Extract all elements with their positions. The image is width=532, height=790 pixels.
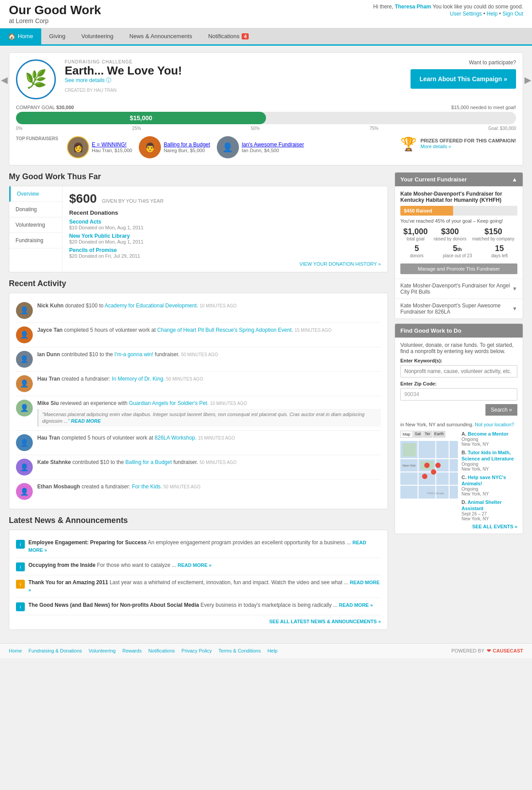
see-all-news-link[interactable]: SEE ALL LATEST NEWS & ANNOUNCEMENTS »: [269, 619, 381, 624]
gw-nav-donating[interactable]: Donating: [9, 202, 62, 217]
gw-nav-volunteering[interactable]: Volunteering: [9, 217, 62, 233]
footer-link-fundraising[interactable]: Fundraising & Donations: [28, 648, 82, 653]
current-fundraiser-content: Kate Mosher-Davenport's Fundraiser for K…: [395, 186, 523, 279]
stats-row-1: $1,000 total goal $300 raised by donors …: [400, 227, 517, 241]
not-location-link[interactable]: Not your location?: [475, 422, 514, 427]
news-icon-1: i: [16, 540, 25, 549]
activity-link-8[interactable]: For the Kids.: [132, 483, 162, 490]
donation-link-1[interactable]: Second Acts: [69, 219, 101, 225]
tf-item-2: 👨 Balling for a Budget Nareg Burr, $5,00…: [139, 136, 210, 158]
current-fundraiser-header: Your Current Fundraiser ▲: [395, 173, 523, 186]
tf-name-3[interactable]: Ian's Awesome Fundraiser: [242, 141, 304, 148]
gw-nav-overview[interactable]: Overview: [9, 186, 62, 202]
footer-link-notifications[interactable]: Notifications: [148, 648, 175, 653]
nav-item-giving[interactable]: Giving: [41, 28, 74, 44]
chevron-down-icon-2: ▼: [512, 306, 517, 312]
nav-item-home[interactable]: 🏠 Home: [0, 28, 41, 44]
activity-link-1[interactable]: Academy for Educational Development.: [105, 303, 198, 309]
campaign-cta-button[interactable]: Learn About This Campaign »: [411, 69, 516, 89]
footer-link-home[interactable]: Home: [9, 648, 22, 653]
news-item-1: i Employee Engagement: Preparing for Suc…: [16, 535, 381, 558]
view-history-link[interactable]: VIEW YOUR DONATION HISTORY »: [299, 261, 381, 267]
sat-tab[interactable]: Sat: [413, 431, 423, 438]
footer-link-terms[interactable]: Terms & Conditions: [219, 648, 261, 653]
site-subtitle: at Lorem Corp: [9, 17, 101, 24]
campaign-prev-arrow[interactable]: ◀: [1, 75, 8, 85]
donation-item-2: New York Public Library $20 Donated on M…: [69, 233, 381, 244]
event-item-D: D. Animal Shelter Assistant Sept 26 – 27…: [462, 499, 517, 521]
find-good-work-section: Find Good Work to Do Volunteer, donate, …: [395, 323, 523, 534]
donation-link-2[interactable]: New York Public Library: [69, 233, 130, 239]
read-more-5[interactable]: READ MORE: [71, 418, 101, 424]
campaign-details-link[interactable]: See more details ⓘ: [65, 77, 111, 83]
gw-nav-fundraising[interactable]: Fundraising: [9, 233, 62, 248]
see-all-events-link[interactable]: SEE ALL EVENTS »: [462, 524, 517, 529]
activity-link-4[interactable]: In Memory of Dr. King.: [112, 376, 164, 382]
map-tab[interactable]: Map: [400, 431, 413, 438]
event-link-B[interactable]: Tutor kids in Math, Science and Literatu…: [462, 450, 514, 461]
prizes-section: 🏆 PRIZES OFFERED FOR THIS CAMPAIGN! More…: [400, 136, 516, 152]
footer-link-help[interactable]: Help: [267, 648, 278, 653]
activity-link-6[interactable]: 826LA Workshop.: [155, 435, 197, 441]
stat-days: 15 days left: [491, 244, 508, 258]
tf-item-1: 👩 E = WINNING! Hau Tran, $15,000: [67, 136, 132, 158]
event-link-D[interactable]: Animal Shelter Assistant: [462, 499, 502, 511]
news-read-more-2[interactable]: READ MORE »: [178, 562, 211, 568]
tf-name-1[interactable]: E = WINNING!: [92, 141, 126, 148]
footer-link-rewards[interactable]: Rewards: [122, 648, 141, 653]
footer-link-volunteering[interactable]: Volunteering: [89, 648, 116, 653]
activity-item-6: 👤 Hau Tran completed 5 hours of voluntee…: [16, 431, 381, 455]
donation-link-3[interactable]: Pencils of Promise: [69, 247, 117, 253]
activity-link-5[interactable]: Guardian Angels for Soldier's Pet.: [129, 400, 209, 406]
event-item-C: C. Help save NYC's Animals! OngoingNew Y…: [462, 474, 517, 496]
good-work-title: My Good Work Thus Far: [9, 172, 388, 181]
event-link-A[interactable]: Become a Mentor: [468, 431, 509, 436]
event-link-C[interactable]: Help save NYC's Animals!: [462, 475, 506, 486]
campaign-logo: 🌿: [16, 59, 56, 99]
ter-tab[interactable]: Ter: [423, 431, 432, 438]
footer-link-privacy[interactable]: Privacy Policy: [181, 648, 211, 653]
logo-area: Our Good Work at Lorem Corp: [9, 4, 101, 24]
activity-title: Recent Activity: [9, 279, 388, 288]
zip-input[interactable]: [400, 388, 517, 401]
search-button[interactable]: Search »: [485, 404, 517, 416]
fundraiser-progress-fill: $450 Raised: [400, 206, 453, 216]
svg-point-13: [435, 463, 441, 468]
campaign-next-arrow[interactable]: ▶: [524, 75, 531, 85]
activity-link-7[interactable]: Balling for a Budget: [125, 459, 172, 465]
activity-text-1: Nick Kuhn donated $100 to Academy for Ed…: [37, 302, 381, 310]
tf-info-2: Balling for a Budget Nareg Burr, $5,000: [164, 141, 210, 153]
svg-point-10: [424, 463, 430, 468]
nav-item-news[interactable]: News & Announcements: [121, 28, 200, 44]
activity-link-3[interactable]: I'm-a gonna win!: [114, 351, 153, 358]
notifications-badge: 4: [242, 33, 249, 39]
prizes-info: PRIZES OFFERED FOR THIS CAMPAIGN! More d…: [420, 138, 516, 149]
activity-text-8: Ethan Mosbaugh created a fundraiser: For…: [37, 483, 381, 491]
user-bar: Hi there, Theresa Pham You look like you…: [373, 4, 523, 17]
help-link[interactable]: Help: [487, 11, 498, 17]
map-events-row: Map Sat Ter Earth: [400, 431, 517, 529]
activity-quote-5: "Maecenas placerat adipiscing enim vitae…: [37, 409, 381, 427]
tf-name-2[interactable]: Balling for a Budget: [164, 141, 210, 148]
user-settings-link[interactable]: User Settings: [450, 11, 482, 17]
campaign-top: 🌿 FUNDRAISING CHALLENGE Earth... We Love…: [16, 59, 516, 99]
news-item-3: i Thank You for an Amazing 2011 Last yea…: [16, 575, 381, 598]
nav-item-notifications[interactable]: Notifications 4: [200, 28, 257, 44]
keyword-input[interactable]: [400, 365, 517, 377]
nav-item-volunteering[interactable]: Volunteering: [74, 28, 121, 44]
collapsed-fundraiser-1[interactable]: Kate Mosher-Davenport's Fundraiser for A…: [395, 279, 523, 299]
signout-link[interactable]: Sign Out: [502, 11, 523, 17]
earth-tab[interactable]: Earth: [433, 431, 446, 438]
tf-list: 👩 E = WINNING! Hau Tran, $15,000 👨 Balli…: [67, 136, 385, 158]
activity-link-2[interactable]: Change of Heart Pit Bull Rescue's Spring…: [157, 327, 293, 333]
campaign-wrapper: ◀ ▶ 🌿 FUNDRAISING CHALLENGE Earth... We …: [9, 52, 523, 165]
location-line: in New York, NY and surrounding. Not you…: [400, 422, 517, 427]
prizes-link[interactable]: More details »: [420, 144, 451, 149]
donation-item-1: Second Acts $10 Donated on Mon, Aug 1, 2…: [69, 219, 381, 230]
collapsed-fundraiser-2[interactable]: Kate Mosher-Davenport's Super Awesome Fu…: [395, 299, 523, 318]
left-col: My Good Work Thus Far Overview Donating …: [9, 172, 388, 637]
fundraiser-name: Kate Mosher-Davenport's Fundraiser for K…: [400, 191, 517, 203]
news-read-more-4[interactable]: READ MORE »: [339, 602, 373, 608]
manage-fundraiser-btn[interactable]: Manage and Promote This Fundraiser: [400, 263, 517, 274]
gw-amount-row: $600 GIVEN BY YOU THIS YEAR: [69, 192, 381, 206]
